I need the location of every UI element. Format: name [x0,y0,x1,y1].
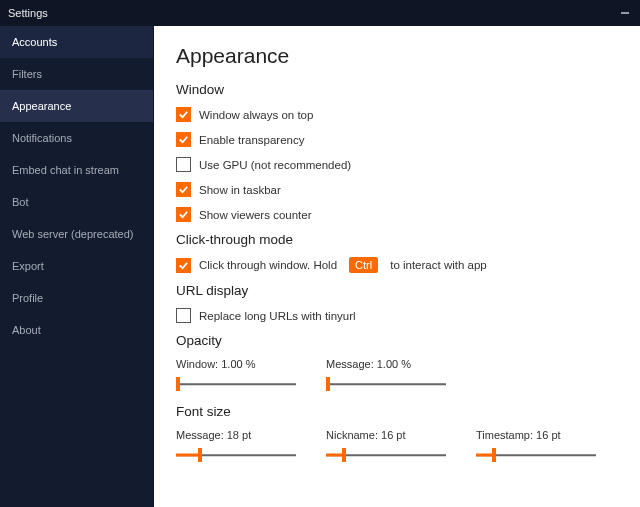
row-show-taskbar: Show in taskbar [176,182,618,197]
fontsize-nickname-slider[interactable] [326,447,446,463]
row-use-gpu: Use GPU (not recommended) [176,157,618,172]
minimize-button[interactable] [616,4,634,22]
label-clickthrough-pre: Click through window. Hold [199,259,337,271]
sidebar-item-profile[interactable]: Profile [0,282,153,314]
opacity-sliders: Window: 1.00 % Message: 1.00 % [176,358,618,392]
checkbox-show-taskbar[interactable] [176,182,191,197]
sidebar-item-export[interactable]: Export [0,250,153,282]
label-tinyurl: Replace long URLs with tinyurl [199,310,356,322]
group-window-title: Window [176,82,618,97]
sidebar-item-label: Accounts [12,36,57,48]
label-show-taskbar: Show in taskbar [199,184,281,196]
page-title: Appearance [176,44,618,68]
sidebar-item-label: Notifications [12,132,72,144]
sidebar-item-label: Profile [12,292,43,304]
group-opacity-title: Opacity [176,333,618,348]
title-bar: Settings [0,0,640,26]
fontsize-timestamp-cell: Timestamp: 16 pt [476,429,596,463]
sidebar-item-about[interactable]: About [0,314,153,346]
row-always-on-top: Window always on top [176,107,618,122]
checkbox-clickthrough[interactable] [176,258,191,273]
key-badge-ctrl: Ctrl [349,257,378,273]
sidebar-item-appearance[interactable]: Appearance [0,90,153,122]
fontsize-nickname-label: Nickname: 16 pt [326,429,446,441]
checkbox-always-on-top[interactable] [176,107,191,122]
fontsize-message-label: Message: 18 pt [176,429,296,441]
sidebar-item-webserver[interactable]: Web server (deprecated) [0,218,153,250]
label-clickthrough-post: to interact with app [390,259,487,271]
group-url-title: URL display [176,283,618,298]
label-always-on-top: Window always on top [199,109,313,121]
fontsize-timestamp-slider[interactable] [476,447,596,463]
checkbox-tinyurl[interactable] [176,308,191,323]
fontsize-sliders: Message: 18 pt Nickname: 16 pt Timestamp… [176,429,618,463]
opacity-window-slider[interactable] [176,376,296,392]
opacity-window-cell: Window: 1.00 % [176,358,296,392]
sidebar-item-filters[interactable]: Filters [0,58,153,90]
group-clickthrough-title: Click-through mode [176,232,618,247]
window-title: Settings [8,7,48,19]
opacity-message-cell: Message: 1.00 % [326,358,446,392]
fontsize-message-cell: Message: 18 pt [176,429,296,463]
sidebar-item-label: Filters [12,68,42,80]
group-fontsize-title: Font size [176,404,618,419]
window-controls [616,0,634,26]
sidebar-item-label: Embed chat in stream [12,164,119,176]
sidebar-item-accounts[interactable]: Accounts [0,26,153,58]
sidebar-item-notifications[interactable]: Notifications [0,122,153,154]
label-show-viewers: Show viewers counter [199,209,312,221]
row-tinyurl: Replace long URLs with tinyurl [176,308,618,323]
sidebar-item-label: Web server (deprecated) [12,228,133,240]
fontsize-timestamp-label: Timestamp: 16 pt [476,429,596,441]
fontsize-message-slider[interactable] [176,447,296,463]
sidebar-item-embed[interactable]: Embed chat in stream [0,154,153,186]
sidebar-item-label: Appearance [12,100,71,112]
row-transparency: Enable transparency [176,132,618,147]
opacity-message-label: Message: 1.00 % [326,358,446,370]
sidebar-item-label: Bot [12,196,29,208]
label-use-gpu: Use GPU (not recommended) [199,159,351,171]
sidebar-item-label: About [12,324,41,336]
label-transparency: Enable transparency [199,134,304,146]
checkbox-use-gpu[interactable] [176,157,191,172]
opacity-window-label: Window: 1.00 % [176,358,296,370]
checkbox-show-viewers[interactable] [176,207,191,222]
sidebar-item-bot[interactable]: Bot [0,186,153,218]
sidebar-item-label: Export [12,260,44,272]
row-clickthrough: Click through window. Hold Ctrl to inter… [176,257,618,273]
sidebar: Accounts Filters Appearance Notification… [0,26,154,507]
checkbox-transparency[interactable] [176,132,191,147]
fontsize-nickname-cell: Nickname: 16 pt [326,429,446,463]
content-panel: Appearance Window Window always on top E… [154,26,640,507]
row-show-viewers: Show viewers counter [176,207,618,222]
opacity-message-slider[interactable] [326,376,446,392]
main-area: Accounts Filters Appearance Notification… [0,26,640,507]
